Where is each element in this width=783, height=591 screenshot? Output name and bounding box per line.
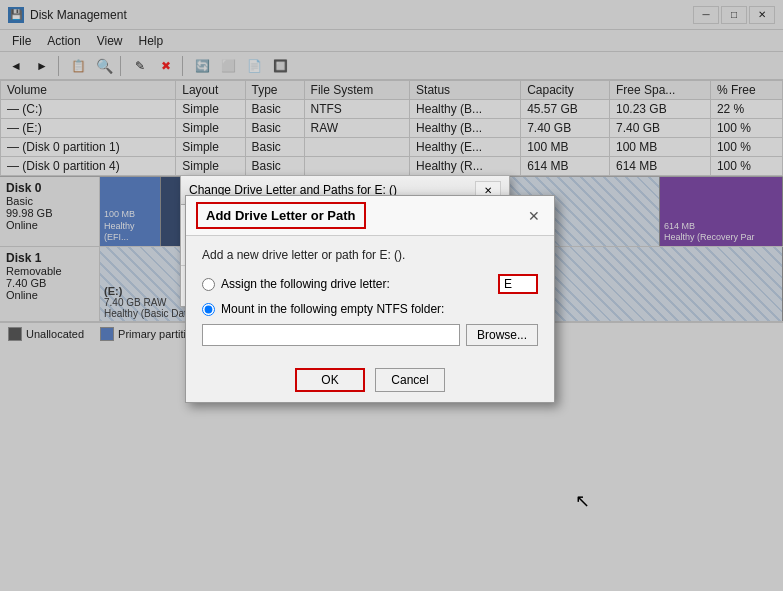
add-drive-dialog: Add Drive Letter or Path ✕ Add a new dri… <box>185 195 555 403</box>
folder-path-input[interactable] <box>202 324 460 346</box>
add-drive-title-bar: Add Drive Letter or Path ✕ <box>186 196 554 236</box>
radio-row-1: Assign the following drive letter: <box>202 274 538 294</box>
radio-mount-folder[interactable] <box>202 303 215 316</box>
drive-letter-input[interactable] <box>498 274 538 294</box>
add-drive-title: Add Drive Letter or Path <box>206 208 356 223</box>
add-drive-ok[interactable]: OK <box>295 368 365 392</box>
radio-mount-label: Mount in the following empty NTFS folder… <box>221 302 444 316</box>
add-drive-desc: Add a new drive letter or path for E: ()… <box>202 248 538 262</box>
add-drive-cancel[interactable]: Cancel <box>375 368 445 392</box>
add-drive-title-bordered: Add Drive Letter or Path <box>196 202 366 229</box>
add-drive-buttons: OK Cancel <box>186 358 554 402</box>
browse-button[interactable]: Browse... <box>466 324 538 346</box>
add-drive-close[interactable]: ✕ <box>524 206 544 226</box>
radio-assign-letter[interactable] <box>202 278 215 291</box>
folder-row: Browse... <box>202 324 538 346</box>
radio-assign-label: Assign the following drive letter: <box>221 277 390 291</box>
radio-row-2: Mount in the following empty NTFS folder… <box>202 302 538 316</box>
add-drive-body: Add a new drive letter or path for E: ()… <box>186 236 554 358</box>
